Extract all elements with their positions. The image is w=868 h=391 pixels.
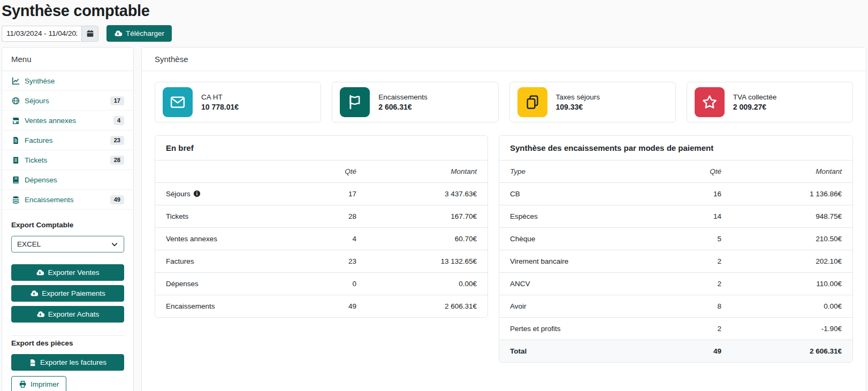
table-row: ANCV 2 110.00€: [499, 273, 852, 295]
row-qty: 0: [276, 273, 367, 295]
row-label: Total: [499, 340, 641, 363]
sidebar-menu-item[interactable]: Dépenses: [2, 170, 133, 190]
row-qty: 2: [641, 273, 732, 295]
stat-card-label: TVA collectée: [733, 93, 777, 101]
export-button[interactable]: Exporter Ventes: [11, 264, 124, 281]
row-qty: 23: [276, 250, 367, 273]
print-button-label: Imprimer: [31, 380, 59, 388]
main-panel-title: Synthèse: [142, 48, 866, 71]
row-label: CB: [499, 183, 641, 205]
row-amount: 3 437.63€: [367, 183, 488, 205]
row-label: ANCV: [499, 273, 641, 295]
sidebar-item-label: Dépenses: [25, 176, 57, 184]
sidebar-menu-item[interactable]: Séjours 17: [2, 91, 133, 111]
cloud-download-icon: [114, 29, 122, 37]
stat-card-value: 10 778.01€: [201, 103, 239, 111]
export-format-select[interactable]: EXCEL: [11, 236, 124, 252]
row-label: Avoir: [499, 295, 641, 318]
page-title: Synthèse comptable: [2, 2, 866, 20]
count-badge: 49: [110, 195, 124, 204]
calendar-icon: [86, 29, 94, 37]
col-type: Type: [499, 160, 641, 183]
row-amount: 110.00€: [732, 273, 852, 295]
printer-icon: [19, 380, 27, 388]
export-button[interactable]: Exporter Achats: [11, 306, 124, 323]
row-amount: -1.90€: [732, 318, 852, 340]
sidebar-menu-item[interactable]: Factures 23: [2, 131, 133, 150]
file-pdf-icon: PDF: [29, 359, 36, 366]
count-badge: 4: [113, 116, 124, 125]
envelope-icon: [163, 87, 193, 117]
row-qty: 16: [641, 183, 732, 205]
sidebar-menu-item[interactable]: Ventes annexes 4: [2, 111, 133, 131]
count-badge: 28: [110, 156, 124, 165]
row-label: Dépenses: [166, 280, 199, 288]
flag-icon: [340, 87, 370, 117]
chart-line-icon: [11, 77, 20, 85]
row-amount: 0.00€: [732, 295, 852, 318]
en-bref-table-card: En bref Qté Montant: [155, 135, 488, 318]
row-amount: 2 606.31€: [367, 295, 488, 318]
export-button[interactable]: Exporter Paiements: [11, 285, 124, 302]
table-row: Séjours 17 3 437.63€: [155, 183, 488, 205]
svg-text:PDF: PDF: [31, 363, 35, 365]
download-button-label: Télécharger: [126, 29, 164, 37]
row-amount: 0.00€: [367, 273, 488, 295]
print-button[interactable]: Imprimer: [11, 376, 66, 391]
date-range-input[interactable]: [2, 26, 81, 42]
row-label: Tickets: [166, 212, 188, 220]
row-qty: 5: [641, 228, 732, 250]
table-header-row: Type Qté Montant: [499, 160, 852, 183]
en-bref-title: En bref: [155, 136, 488, 160]
row-qty: 49: [276, 295, 367, 318]
table-row: Tickets 28 167.70€: [155, 205, 488, 228]
table-row: Espèces 14 948.75€: [499, 205, 852, 228]
table-row: Encaissements 49 2 606.31€: [155, 295, 488, 318]
en-bref-table: Qté Montant Séjours 17 3 437.63€: [155, 160, 488, 317]
download-button[interactable]: Télécharger: [106, 25, 172, 42]
export-invoices-label: Exporter les factures: [40, 358, 106, 366]
main-panel: Synthèse CA HT 10 778.01€ E: [141, 47, 866, 391]
row-label: Ventes annexes: [166, 235, 217, 243]
sidebar-menu-header: Menu: [2, 48, 133, 71]
sidebar-menu-item[interactable]: Tickets 28: [2, 150, 133, 170]
sidebar-item-label: Synthèse: [25, 77, 55, 85]
row-qty: 14: [641, 205, 732, 228]
stat-card-value: 2 009.27€: [733, 103, 777, 111]
stat-card-label: CA HT: [201, 93, 239, 101]
table-row: CB 16 1 136.86€: [499, 183, 852, 205]
export-comptable-heading: Export Comptable: [11, 221, 124, 229]
row-label: Factures: [166, 257, 194, 265]
row-amount: 948.75€: [732, 205, 852, 228]
copy-icon: [517, 87, 547, 117]
file-invoice-icon: [11, 136, 20, 144]
col-montant: Montant: [732, 160, 852, 183]
export-comptable-section: Export Comptable EXCEL Exporter Ventes: [2, 210, 133, 336]
sidebar-item-label: Factures: [25, 136, 53, 144]
info-icon[interactable]: [193, 190, 201, 197]
export-format-value: EXCEL: [17, 240, 41, 248]
col-montant: Montant: [367, 160, 488, 183]
date-range-group: [2, 26, 98, 42]
book-icon: [11, 176, 20, 184]
sidebar-menu-item[interactable]: Synthèse: [2, 71, 133, 91]
export-button-label: Exporter Paiements: [42, 289, 105, 297]
table-row: Avoir 8 0.00€: [499, 295, 852, 318]
stat-cards: CA HT 10 778.01€ Encaissements 2 606.31€: [155, 82, 853, 122]
export-invoices-button[interactable]: PDF Exporter les factures: [11, 354, 124, 371]
export-button-label: Exporter Ventes: [48, 269, 99, 277]
table-row: Dépenses 0 0.00€: [155, 273, 488, 295]
count-badge: 17: [110, 96, 124, 105]
sidebar-menu-item[interactable]: Encaissements 49: [2, 190, 133, 210]
row-qty: 49: [641, 340, 732, 363]
row-qty: 2: [641, 318, 732, 340]
row-label: Pertes et profits: [499, 318, 641, 340]
sidebar: Menu Synthèse Séjours 17 Ventes annexes …: [2, 47, 134, 391]
table-header-row: Qté Montant: [155, 160, 488, 183]
chevron-down-icon: [111, 241, 118, 248]
row-label: Encaissements: [166, 302, 215, 310]
calendar-button[interactable]: [81, 26, 98, 42]
row-amount: 2 606.31€: [732, 340, 852, 363]
col-qty: Qté: [276, 160, 367, 183]
sidebar-divider: [11, 335, 124, 336]
